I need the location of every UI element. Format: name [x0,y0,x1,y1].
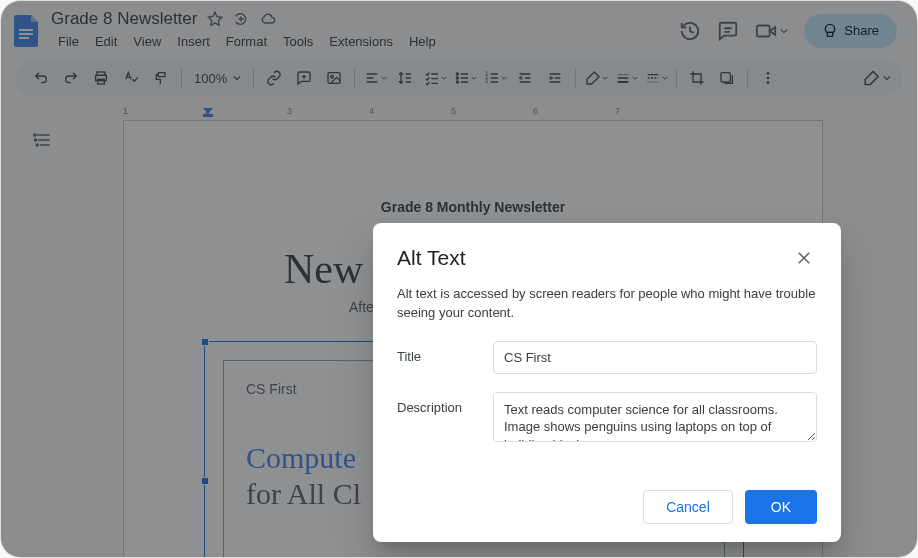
description-label: Description [397,392,477,446]
title-label: Title [397,341,477,374]
ok-button[interactable]: OK [745,490,817,524]
close-button[interactable] [791,245,817,271]
description-input[interactable]: Text reads computer science for all clas… [493,392,817,442]
cancel-button[interactable]: Cancel [643,490,733,524]
title-input[interactable] [493,341,817,374]
alt-text-dialog: Alt Text Alt text is accessed by screen … [373,223,841,542]
dialog-title: Alt Text [397,246,465,270]
dialog-description: Alt text is accessed by screen readers f… [397,285,817,323]
